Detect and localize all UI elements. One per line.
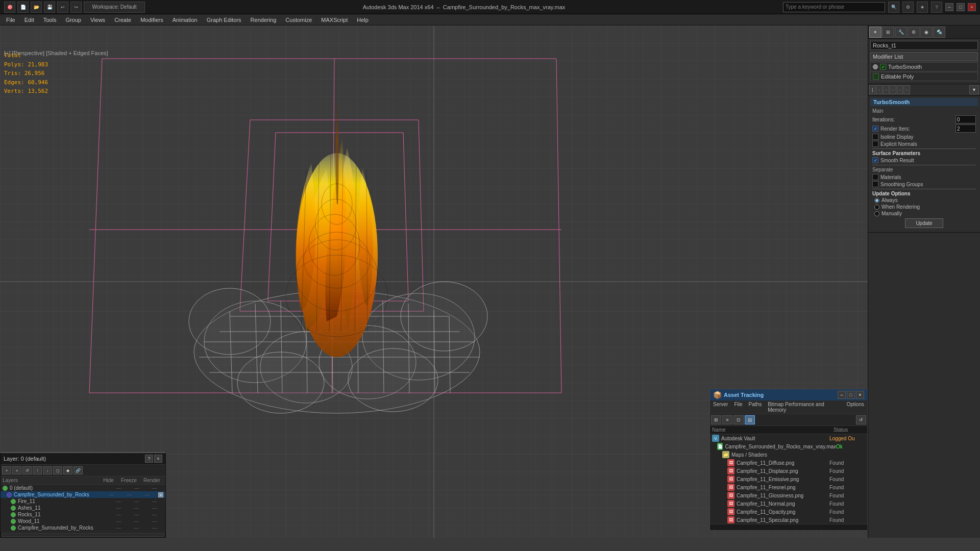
app-logo[interactable]: 🎯 <box>4 2 15 13</box>
maximize-btn[interactable]: □ <box>957 3 965 11</box>
list-item[interactable]: Ashes_11 — — — <box>1 505 165 511</box>
list-item[interactable]: 🖼 Campfire_11_Displace.png Found <box>710 467 867 475</box>
ts-isoline-check[interactable] <box>872 134 878 140</box>
asset-tb-btn-2[interactable]: ≡ <box>722 415 732 424</box>
list-item[interactable]: 🖼 Campfire_11_Diffuse.png Found <box>710 459 867 467</box>
layer-del-btn[interactable]: × <box>12 466 21 474</box>
ts-smoothing-groups-check[interactable] <box>872 181 878 187</box>
asset-menu-server[interactable]: Server <box>710 400 731 414</box>
ts-update-btn[interactable]: Update <box>905 218 943 228</box>
new-btn[interactable]: 📄 <box>17 2 29 13</box>
menu-modifiers[interactable]: Modifiers <box>136 16 167 24</box>
rp-icon-utilities[interactable]: 🔩 <box>933 27 945 38</box>
rp-icon-display[interactable]: ◉ <box>920 27 933 38</box>
asset-menu-paths[interactable]: Paths <box>746 400 765 414</box>
rp-icon-create[interactable]: ✦ <box>869 27 881 38</box>
layer-add-btn[interactable]: + <box>2 466 11 474</box>
ch-btn-3[interactable]: · <box>883 85 890 94</box>
asset-restore-btn[interactable]: □ <box>847 391 855 399</box>
rp-icon-modify[interactable]: ⊞ <box>882 27 894 38</box>
undo-btn[interactable]: ↩ <box>57 2 68 13</box>
asset-tb-refresh[interactable]: ↺ <box>856 415 866 424</box>
rp-icon-hierarchy[interactable]: 🔧 <box>895 27 907 38</box>
mod-check[interactable]: ✓ <box>880 64 886 70</box>
menu-create[interactable]: Create <box>110 16 135 24</box>
list-item[interactable]: Campfire_Surrounded_by_Rocks — — — ▶ <box>1 491 165 498</box>
menu-views[interactable]: Views <box>86 16 109 24</box>
ts-when-rendering-radio[interactable] <box>874 205 879 210</box>
layer-down-btn[interactable]: ↓ <box>43 466 52 474</box>
asset-menu-options[interactable]: Options <box>844 400 867 414</box>
ch-btn-6[interactable]: · <box>903 85 910 94</box>
menu-tools[interactable]: Tools <box>39 16 61 24</box>
ch-btn-5[interactable]: · <box>897 85 903 94</box>
list-item[interactable]: Campfire_Surrounded_by_Rocks — — — <box>1 524 165 531</box>
modifier-editable-poly[interactable]: Editable Poly <box>870 72 978 81</box>
ts-iterations-input[interactable] <box>955 115 976 123</box>
layer-scrollbar[interactable] <box>1 531 165 537</box>
settings-icon[interactable]: ⚙ <box>902 2 914 13</box>
search-icon[interactable]: 🔍 <box>888 2 899 13</box>
close-btn[interactable]: × <box>968 3 976 11</box>
help-icon[interactable]: ? <box>931 2 942 13</box>
ch-btn-1[interactable]: | <box>869 85 875 94</box>
minimize-btn[interactable]: – <box>945 3 953 11</box>
object-name[interactable]: Rocks_t1 <box>870 41 978 50</box>
list-item[interactable]: 🖼 Campfire_11_Emissive.png Found <box>710 475 867 483</box>
modifier-turbosmooth[interactable]: ✓ TurboSmooth <box>870 62 978 71</box>
layer-highlight-btn[interactable]: ◆ <box>63 466 72 474</box>
ts-render-iters-check[interactable]: ✓ <box>872 126 878 132</box>
asset-scrollbar[interactable] <box>710 524 867 530</box>
menu-customize[interactable]: Customize <box>281 16 316 24</box>
ts-manually-radio[interactable] <box>874 211 879 216</box>
mod-check[interactable] <box>873 73 879 80</box>
asset-menu-file[interactable]: File <box>731 400 745 414</box>
modifier-list-header[interactable]: Modifier List <box>870 52 978 61</box>
list-item[interactable]: 🖼 Campfire_11_Specular.png Found <box>710 516 867 524</box>
list-item[interactable]: V Autodesk Vault Logged Ou <box>710 434 867 442</box>
ch-btn-2[interactable]: · <box>876 85 883 94</box>
scroll-track[interactable] <box>2 533 164 537</box>
menu-graph-editors[interactable]: Graph Editors <box>203 16 246 24</box>
layer-refresh-btn[interactable]: ↺ <box>22 466 32 474</box>
menu-animation[interactable]: Animation <box>168 16 202 24</box>
menu-edit[interactable]: Edit <box>20 16 38 24</box>
layer-select-btn[interactable]: ◻ <box>53 466 62 474</box>
asset-tb-btn-3[interactable]: ⊡ <box>733 415 744 424</box>
list-item[interactable]: 📁 Maps / Shaders <box>710 450 867 459</box>
asset-close-btn[interactable]: × <box>856 391 864 399</box>
asset-tb-btn-1[interactable]: ⊞ <box>711 415 721 424</box>
list-item[interactable]: Rocks_11 — — — <box>1 511 165 518</box>
fav-icon[interactable]: ★ <box>917 2 928 13</box>
redo-btn[interactable]: ↪ <box>70 2 82 13</box>
menu-group[interactable]: Group <box>61 16 85 24</box>
list-item[interactable]: 🖼 Campfire_11_Normal.png Found <box>710 499 867 508</box>
list-item[interactable]: 🖼 Campfire_11_Fresnel.png Found <box>710 483 867 491</box>
rp-icon-motion[interactable]: ⚙ <box>908 27 920 38</box>
ts-always-radio[interactable] <box>874 198 879 203</box>
asset-tb-btn-4[interactable]: ▤ <box>745 415 755 424</box>
layer-help-btn[interactable]: ? <box>145 455 153 463</box>
list-item[interactable]: 0 (default) — — — <box>1 485 165 491</box>
list-item[interactable]: 🖼 Campfire_11_Opacity.png Found <box>710 508 867 516</box>
ch-btn-4[interactable]: · <box>890 85 896 94</box>
list-item[interactable]: Wood_11 — — — <box>1 518 165 524</box>
search-input[interactable] <box>783 2 885 12</box>
list-item[interactable]: 🖼 Campfire_11_Glossiness.png Found <box>710 491 867 499</box>
layer-link-btn[interactable]: 🔗 <box>74 466 83 474</box>
menu-help[interactable]: Help <box>353 16 373 24</box>
ts-smooth-result-check[interactable]: ✓ <box>872 157 878 163</box>
workspace-btn[interactable]: Workspace: Default <box>84 2 145 13</box>
menu-rendering[interactable]: Rendering <box>247 16 281 24</box>
ts-materials-check[interactable] <box>872 174 878 180</box>
list-item[interactable]: Fire_11 — — — <box>1 498 165 505</box>
ch-btn-7[interactable]: ▼ <box>969 85 979 94</box>
asset-menu-bitmap[interactable]: Bitmap Performance and Memory <box>765 400 843 414</box>
open-btn[interactable]: 📂 <box>31 2 42 13</box>
menu-maxscript[interactable]: MAXScript <box>317 16 352 24</box>
asset-minimize-btn[interactable]: – <box>838 391 846 399</box>
menu-file[interactable]: File <box>2 16 19 24</box>
layer-close-btn[interactable]: × <box>154 455 162 463</box>
save-btn[interactable]: 💾 <box>44 2 55 13</box>
ts-render-iters-input[interactable] <box>955 124 976 133</box>
